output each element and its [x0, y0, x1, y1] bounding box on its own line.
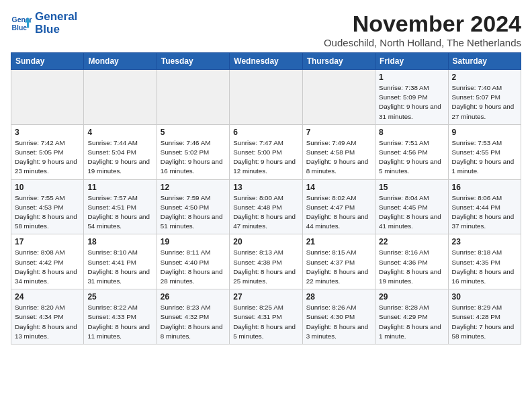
day-info: Sunrise: 8:11 AM Sunset: 4:40 PM Dayligh… [161, 248, 226, 286]
day-info: Sunrise: 7:59 AM Sunset: 4:50 PM Dayligh… [161, 193, 226, 232]
calendar-cell: 28Sunrise: 8:26 AM Sunset: 4:30 PM Dayli… [302, 289, 375, 345]
calendar-week-row: 17Sunrise: 8:08 AM Sunset: 4:42 PM Dayli… [11, 234, 521, 289]
day-number: 20 [233, 237, 298, 246]
day-number: 13 [233, 183, 298, 192]
calendar-cell: 15Sunrise: 8:04 AM Sunset: 4:45 PM Dayli… [375, 179, 448, 234]
day-number: 25 [87, 292, 152, 302]
calendar-cell: 30Sunrise: 8:29 AM Sunset: 4:28 PM Dayli… [448, 289, 521, 345]
day-number: 5 [161, 128, 226, 137]
calendar-cell: 11Sunrise: 7:57 AM Sunset: 4:51 PM Dayli… [84, 179, 157, 234]
logo-text-block: General Blue [35, 11, 77, 36]
calendar-cell: 16Sunrise: 8:06 AM Sunset: 4:44 PM Dayli… [448, 179, 521, 234]
day-number: 6 [233, 128, 298, 137]
weekday-header: Wednesday [230, 53, 302, 70]
day-info: Sunrise: 7:47 AM Sunset: 5:00 PM Dayligh… [233, 138, 298, 177]
calendar-cell: 19Sunrise: 8:11 AM Sunset: 4:40 PM Dayli… [157, 234, 229, 289]
svg-text:Blue: Blue [12, 24, 28, 31]
weekday-header: Tuesday [157, 53, 229, 70]
day-info: Sunrise: 8:28 AM Sunset: 4:29 PM Dayligh… [379, 303, 444, 341]
day-info: Sunrise: 7:53 AM Sunset: 4:55 PM Dayligh… [452, 138, 517, 177]
day-info: Sunrise: 7:46 AM Sunset: 5:02 PM Dayligh… [161, 138, 226, 177]
day-number: 14 [306, 183, 371, 192]
day-info: Sunrise: 7:49 AM Sunset: 4:58 PM Dayligh… [306, 138, 371, 177]
calendar-cell: 23Sunrise: 8:18 AM Sunset: 4:35 PM Dayli… [448, 234, 521, 289]
calendar-cell: 6Sunrise: 7:47 AM Sunset: 5:00 PM Daylig… [230, 124, 302, 179]
day-number: 16 [452, 183, 517, 192]
calendar-cell: 26Sunrise: 8:23 AM Sunset: 4:32 PM Dayli… [157, 289, 229, 345]
header-row: SundayMondayTuesdayWednesdayThursdayFrid… [11, 53, 521, 70]
calendar-cell: 13Sunrise: 8:00 AM Sunset: 4:48 PM Dayli… [230, 179, 302, 234]
logo-general: General [35, 11, 77, 24]
day-info: Sunrise: 7:51 AM Sunset: 4:56 PM Dayligh… [379, 138, 444, 177]
calendar-cell: 2Sunrise: 7:40 AM Sunset: 5:07 PM Daylig… [448, 70, 521, 125]
day-info: Sunrise: 8:10 AM Sunset: 4:41 PM Dayligh… [87, 248, 152, 286]
page-header: General Blue General Blue November 2024 … [11, 11, 521, 48]
day-number: 11 [87, 183, 152, 192]
calendar-cell: 10Sunrise: 7:55 AM Sunset: 4:53 PM Dayli… [11, 179, 84, 234]
day-number: 24 [15, 292, 80, 302]
day-info: Sunrise: 8:18 AM Sunset: 4:35 PM Dayligh… [452, 248, 517, 286]
calendar-cell: 9Sunrise: 7:53 AM Sunset: 4:55 PM Daylig… [448, 124, 521, 179]
day-number: 17 [15, 237, 80, 246]
day-info: Sunrise: 7:57 AM Sunset: 4:51 PM Dayligh… [87, 193, 152, 232]
calendar-cell: 5Sunrise: 7:46 AM Sunset: 5:02 PM Daylig… [157, 124, 229, 179]
day-number: 18 [87, 237, 152, 246]
calendar-cell [157, 70, 229, 125]
day-number: 9 [452, 128, 517, 137]
day-info: Sunrise: 7:40 AM Sunset: 5:07 PM Dayligh… [452, 83, 517, 122]
day-info: Sunrise: 8:13 AM Sunset: 4:38 PM Dayligh… [233, 248, 298, 286]
calendar-table: SundayMondayTuesdayWednesdayThursdayFrid… [11, 52, 521, 345]
day-number: 29 [379, 292, 444, 302]
day-info: Sunrise: 8:20 AM Sunset: 4:34 PM Dayligh… [15, 303, 80, 341]
calendar-cell: 1Sunrise: 7:38 AM Sunset: 5:09 PM Daylig… [375, 70, 448, 125]
calendar-cell [84, 70, 157, 125]
calendar-cell [230, 70, 302, 125]
day-info: Sunrise: 8:16 AM Sunset: 4:36 PM Dayligh… [379, 248, 444, 286]
calendar-cell: 22Sunrise: 8:16 AM Sunset: 4:36 PM Dayli… [375, 234, 448, 289]
day-number: 3 [15, 128, 80, 137]
day-number: 19 [161, 237, 226, 246]
calendar-cell: 20Sunrise: 8:13 AM Sunset: 4:38 PM Dayli… [230, 234, 302, 289]
day-number: 22 [379, 237, 444, 246]
day-number: 28 [306, 292, 371, 302]
weekday-header: Sunday [11, 53, 84, 70]
day-number: 7 [306, 128, 371, 137]
month-title: November 2024 [324, 11, 521, 37]
day-number: 1 [379, 73, 444, 82]
calendar-cell: 21Sunrise: 8:15 AM Sunset: 4:37 PM Dayli… [302, 234, 375, 289]
calendar-cell: 24Sunrise: 8:20 AM Sunset: 4:34 PM Dayli… [11, 289, 84, 345]
day-number: 26 [161, 292, 226, 302]
calendar-week-row: 24Sunrise: 8:20 AM Sunset: 4:34 PM Dayli… [11, 289, 521, 345]
day-number: 10 [15, 183, 80, 192]
logo: General Blue General Blue [11, 11, 77, 36]
calendar-cell: 12Sunrise: 7:59 AM Sunset: 4:50 PM Dayli… [157, 179, 229, 234]
calendar-cell: 7Sunrise: 7:49 AM Sunset: 4:58 PM Daylig… [302, 124, 375, 179]
day-number: 21 [306, 237, 371, 246]
day-info: Sunrise: 8:26 AM Sunset: 4:30 PM Dayligh… [306, 303, 371, 341]
calendar-cell: 17Sunrise: 8:08 AM Sunset: 4:42 PM Dayli… [11, 234, 84, 289]
location-subtitle: Oudeschild, North Holland, The Netherlan… [324, 37, 521, 48]
day-number: 2 [452, 73, 517, 82]
day-info: Sunrise: 8:02 AM Sunset: 4:47 PM Dayligh… [306, 193, 371, 232]
calendar-cell: 27Sunrise: 8:25 AM Sunset: 4:31 PM Dayli… [230, 289, 302, 345]
day-info: Sunrise: 8:23 AM Sunset: 4:32 PM Dayligh… [161, 303, 226, 341]
day-number: 8 [379, 128, 444, 137]
calendar-cell [302, 70, 375, 125]
day-number: 30 [452, 292, 517, 302]
day-info: Sunrise: 7:42 AM Sunset: 5:05 PM Dayligh… [15, 138, 80, 177]
day-info: Sunrise: 7:38 AM Sunset: 5:09 PM Dayligh… [379, 83, 444, 122]
calendar-header: SundayMondayTuesdayWednesdayThursdayFrid… [11, 53, 521, 70]
day-info: Sunrise: 8:08 AM Sunset: 4:42 PM Dayligh… [15, 248, 80, 286]
calendar-cell: 3Sunrise: 7:42 AM Sunset: 5:05 PM Daylig… [11, 124, 84, 179]
day-number: 27 [233, 292, 298, 302]
day-number: 12 [161, 183, 226, 192]
weekday-header: Friday [375, 53, 448, 70]
day-number: 23 [452, 237, 517, 246]
day-info: Sunrise: 8:25 AM Sunset: 4:31 PM Dayligh… [233, 303, 298, 341]
calendar-cell [11, 70, 84, 125]
weekday-header: Thursday [302, 53, 375, 70]
day-info: Sunrise: 7:55 AM Sunset: 4:53 PM Dayligh… [15, 193, 80, 232]
calendar-week-row: 1Sunrise: 7:38 AM Sunset: 5:09 PM Daylig… [11, 70, 521, 125]
calendar-cell: 8Sunrise: 7:51 AM Sunset: 4:56 PM Daylig… [375, 124, 448, 179]
day-number: 15 [379, 183, 444, 192]
